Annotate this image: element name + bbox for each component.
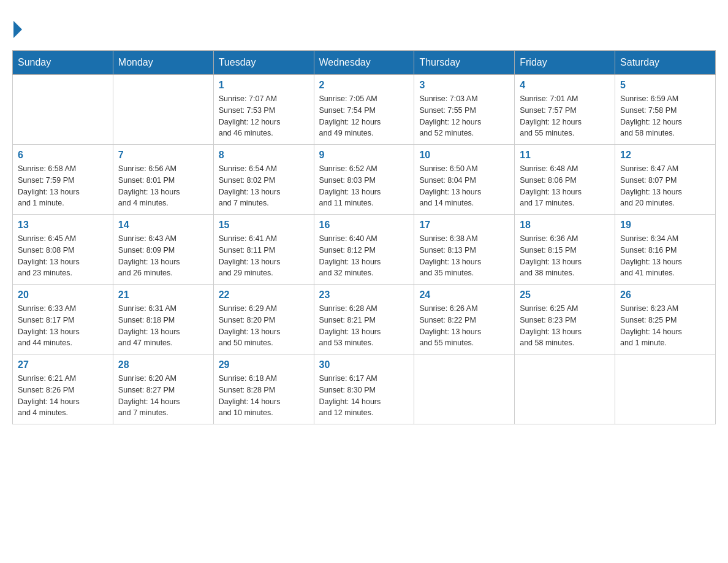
day-number: 25 [520, 289, 610, 301]
day-number: 4 [520, 80, 610, 91]
calendar-cell: 23Sunrise: 6:28 AM Sunset: 8:21 PM Dayli… [314, 285, 414, 354]
day-number: 27 [18, 359, 108, 370]
calendar-cell: 27Sunrise: 6:21 AM Sunset: 8:26 PM Dayli… [13, 354, 113, 424]
day-number: 5 [620, 80, 710, 91]
calendar-cell: 9Sunrise: 6:52 AM Sunset: 8:03 PM Daylig… [314, 145, 414, 215]
logo-arrow-icon [13, 21, 22, 38]
weekday-header-wednesday: Wednesday [314, 51, 414, 75]
weekday-header-tuesday: Tuesday [213, 51, 314, 75]
calendar-cell: 3Sunrise: 7:03 AM Sunset: 7:55 PM Daylig… [414, 75, 515, 145]
day-info: Sunrise: 6:56 AM Sunset: 8:01 PM Dayligh… [118, 163, 208, 209]
day-info: Sunrise: 7:03 AM Sunset: 7:55 PM Dayligh… [419, 93, 509, 139]
calendar-cell: 30Sunrise: 6:17 AM Sunset: 8:30 PM Dayli… [314, 354, 414, 424]
day-number: 17 [419, 220, 509, 231]
week-row-1: 1Sunrise: 7:07 AM Sunset: 7:53 PM Daylig… [13, 75, 716, 145]
calendar-cell: 18Sunrise: 6:36 AM Sunset: 8:15 PM Dayli… [515, 215, 615, 285]
calendar-cell: 14Sunrise: 6:43 AM Sunset: 8:09 PM Dayli… [113, 215, 213, 285]
calendar-cell: 16Sunrise: 6:40 AM Sunset: 8:12 PM Dayli… [314, 215, 414, 285]
week-row-4: 20Sunrise: 6:33 AM Sunset: 8:17 PM Dayli… [13, 285, 716, 354]
day-info: Sunrise: 6:45 AM Sunset: 8:08 PM Dayligh… [18, 233, 108, 279]
calendar-cell: 5Sunrise: 6:59 AM Sunset: 7:58 PM Daylig… [615, 75, 716, 145]
day-number: 20 [18, 289, 108, 301]
day-number: 30 [319, 359, 409, 370]
day-number: 9 [319, 150, 409, 161]
weekday-header-friday: Friday [515, 51, 615, 75]
day-info: Sunrise: 6:20 AM Sunset: 8:27 PM Dayligh… [118, 373, 208, 419]
day-number: 2 [319, 80, 409, 91]
calendar-cell [13, 75, 113, 145]
day-info: Sunrise: 6:33 AM Sunset: 8:17 PM Dayligh… [18, 303, 108, 349]
day-info: Sunrise: 6:26 AM Sunset: 8:22 PM Dayligh… [419, 303, 509, 349]
calendar-cell: 1Sunrise: 7:07 AM Sunset: 7:53 PM Daylig… [213, 75, 314, 145]
day-info: Sunrise: 6:59 AM Sunset: 7:58 PM Dayligh… [620, 93, 710, 139]
day-number: 28 [118, 359, 208, 370]
day-info: Sunrise: 6:48 AM Sunset: 8:06 PM Dayligh… [520, 163, 610, 209]
calendar-cell: 22Sunrise: 6:29 AM Sunset: 8:20 PM Dayli… [213, 285, 314, 354]
day-info: Sunrise: 6:23 AM Sunset: 8:25 PM Dayligh… [620, 303, 710, 349]
calendar-cell: 21Sunrise: 6:31 AM Sunset: 8:18 PM Dayli… [113, 285, 213, 354]
day-info: Sunrise: 6:28 AM Sunset: 8:21 PM Dayligh… [319, 303, 409, 349]
day-number: 11 [520, 150, 610, 161]
day-info: Sunrise: 6:17 AM Sunset: 8:30 PM Dayligh… [319, 373, 409, 419]
calendar-cell [414, 354, 515, 424]
calendar-cell: 26Sunrise: 6:23 AM Sunset: 8:25 PM Dayli… [615, 285, 716, 354]
calendar-cell [615, 354, 716, 424]
day-info: Sunrise: 6:40 AM Sunset: 8:12 PM Dayligh… [319, 233, 409, 279]
day-number: 16 [319, 220, 409, 231]
day-number: 18 [520, 220, 610, 231]
calendar-cell: 20Sunrise: 6:33 AM Sunset: 8:17 PM Dayli… [13, 285, 113, 354]
day-info: Sunrise: 6:29 AM Sunset: 8:20 PM Dayligh… [219, 303, 309, 349]
week-row-5: 27Sunrise: 6:21 AM Sunset: 8:26 PM Dayli… [13, 354, 716, 424]
calendar-cell: 28Sunrise: 6:20 AM Sunset: 8:27 PM Dayli… [113, 354, 213, 424]
day-number: 22 [219, 289, 309, 301]
day-info: Sunrise: 6:43 AM Sunset: 8:09 PM Dayligh… [118, 233, 208, 279]
day-info: Sunrise: 7:05 AM Sunset: 7:54 PM Dayligh… [319, 93, 409, 139]
day-number: 3 [419, 80, 509, 91]
day-number: 8 [219, 150, 309, 161]
day-number: 19 [620, 220, 710, 231]
weekday-header-saturday: Saturday [615, 51, 716, 75]
day-number: 15 [219, 220, 309, 231]
calendar-cell: 4Sunrise: 7:01 AM Sunset: 7:57 PM Daylig… [515, 75, 615, 145]
day-info: Sunrise: 6:47 AM Sunset: 8:07 PM Dayligh… [620, 163, 710, 209]
day-info: Sunrise: 6:18 AM Sunset: 8:28 PM Dayligh… [219, 373, 309, 419]
calendar-cell: 10Sunrise: 6:50 AM Sunset: 8:04 PM Dayli… [414, 145, 515, 215]
week-row-3: 13Sunrise: 6:45 AM Sunset: 8:08 PM Dayli… [13, 215, 716, 285]
logo [12, 12, 22, 38]
day-number: 7 [118, 150, 208, 161]
calendar-cell: 7Sunrise: 6:56 AM Sunset: 8:01 PM Daylig… [113, 145, 213, 215]
day-number: 26 [620, 289, 710, 301]
calendar-table: SundayMondayTuesdayWednesdayThursdayFrid… [12, 50, 716, 424]
calendar-cell [515, 354, 615, 424]
day-info: Sunrise: 6:52 AM Sunset: 8:03 PM Dayligh… [319, 163, 409, 209]
day-info: Sunrise: 6:58 AM Sunset: 7:59 PM Dayligh… [18, 163, 108, 209]
day-number: 1 [219, 80, 309, 91]
calendar-cell: 12Sunrise: 6:47 AM Sunset: 8:07 PM Dayli… [615, 145, 716, 215]
day-number: 10 [419, 150, 509, 161]
day-info: Sunrise: 6:36 AM Sunset: 8:15 PM Dayligh… [520, 233, 610, 279]
day-info: Sunrise: 6:31 AM Sunset: 8:18 PM Dayligh… [118, 303, 208, 349]
day-number: 6 [18, 150, 108, 161]
calendar-cell: 13Sunrise: 6:45 AM Sunset: 8:08 PM Dayli… [13, 215, 113, 285]
calendar-cell: 2Sunrise: 7:05 AM Sunset: 7:54 PM Daylig… [314, 75, 414, 145]
calendar-cell: 25Sunrise: 6:25 AM Sunset: 8:23 PM Dayli… [515, 285, 615, 354]
day-info: Sunrise: 6:25 AM Sunset: 8:23 PM Dayligh… [520, 303, 610, 349]
day-number: 29 [219, 359, 309, 370]
day-info: Sunrise: 6:21 AM Sunset: 8:26 PM Dayligh… [18, 373, 108, 419]
page-header [12, 12, 716, 38]
day-info: Sunrise: 6:34 AM Sunset: 8:16 PM Dayligh… [620, 233, 710, 279]
day-info: Sunrise: 6:50 AM Sunset: 8:04 PM Dayligh… [419, 163, 509, 209]
day-info: Sunrise: 6:38 AM Sunset: 8:13 PM Dayligh… [419, 233, 509, 279]
day-info: Sunrise: 7:01 AM Sunset: 7:57 PM Dayligh… [520, 93, 610, 139]
day-info: Sunrise: 7:07 AM Sunset: 7:53 PM Dayligh… [219, 93, 309, 139]
week-row-2: 6Sunrise: 6:58 AM Sunset: 7:59 PM Daylig… [13, 145, 716, 215]
calendar-cell: 24Sunrise: 6:26 AM Sunset: 8:22 PM Dayli… [414, 285, 515, 354]
day-number: 24 [419, 289, 509, 301]
day-number: 21 [118, 289, 208, 301]
day-number: 12 [620, 150, 710, 161]
calendar-cell: 11Sunrise: 6:48 AM Sunset: 8:06 PM Dayli… [515, 145, 615, 215]
calendar-cell [113, 75, 213, 145]
calendar-cell: 17Sunrise: 6:38 AM Sunset: 8:13 PM Dayli… [414, 215, 515, 285]
weekday-header-row: SundayMondayTuesdayWednesdayThursdayFrid… [13, 51, 716, 75]
calendar-cell: 15Sunrise: 6:41 AM Sunset: 8:11 PM Dayli… [213, 215, 314, 285]
